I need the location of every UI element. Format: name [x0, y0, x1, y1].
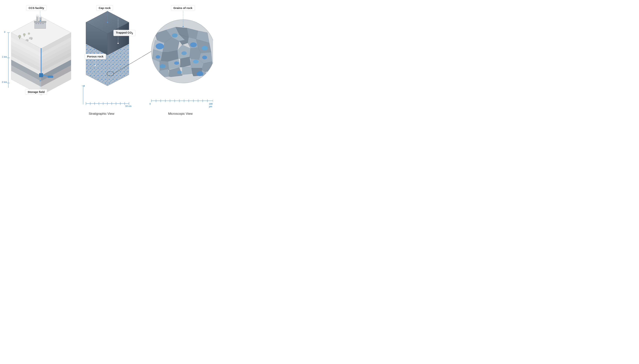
svg-rect-54	[39, 73, 43, 77]
svg-point-125	[156, 55, 160, 58]
cap-rock-label: Cap rock	[96, 5, 113, 11]
svg-point-45	[36, 14, 39, 16]
svg-point-126	[181, 51, 187, 55]
storage-field-label: Storage field	[25, 89, 47, 94]
main-svg	[0, 0, 213, 121]
svg-point-131	[196, 71, 203, 76]
svg-rect-38	[40, 23, 42, 24]
svg-rect-33	[24, 36, 25, 37]
svg-point-124	[201, 46, 207, 50]
ccs-facility-label: CCS facility	[26, 5, 47, 11]
svg-point-130	[193, 60, 199, 64]
svg-rect-50	[28, 40, 28, 42]
svg-point-75	[95, 65, 96, 66]
svg-point-128	[160, 64, 165, 68]
svg-point-122	[172, 34, 177, 38]
svg-rect-31	[19, 37, 20, 39]
svg-point-123	[190, 42, 197, 47]
svg-rect-44	[39, 17, 42, 18]
svg-point-129	[174, 62, 179, 65]
svg-rect-53	[48, 76, 53, 78]
svg-rect-48	[31, 38, 32, 40]
svg-point-157	[40, 80, 41, 81]
grains-of-rock-label: Grains of rock	[171, 5, 195, 11]
svg-point-155	[40, 20, 41, 22]
svg-point-46	[39, 16, 42, 17]
svg-rect-39	[42, 23, 44, 24]
diagram-container: CCS facility Storage field Cap rock Trap…	[0, 0, 213, 121]
svg-point-127	[202, 56, 207, 59]
porous-rock-label: Porous rock	[85, 54, 106, 59]
svg-point-152	[107, 22, 108, 23]
svg-rect-41	[37, 17, 38, 22]
trapped-co2-label: Trapped CO2	[113, 30, 135, 36]
svg-rect-37	[38, 23, 39, 24]
svg-point-32	[23, 33, 26, 36]
svg-point-132	[177, 70, 182, 74]
svg-point-73	[118, 43, 119, 44]
svg-marker-113	[180, 57, 190, 67]
svg-point-121	[156, 43, 164, 49]
svg-rect-36	[36, 23, 37, 24]
svg-point-34	[28, 32, 30, 35]
svg-point-135	[182, 26, 184, 27]
